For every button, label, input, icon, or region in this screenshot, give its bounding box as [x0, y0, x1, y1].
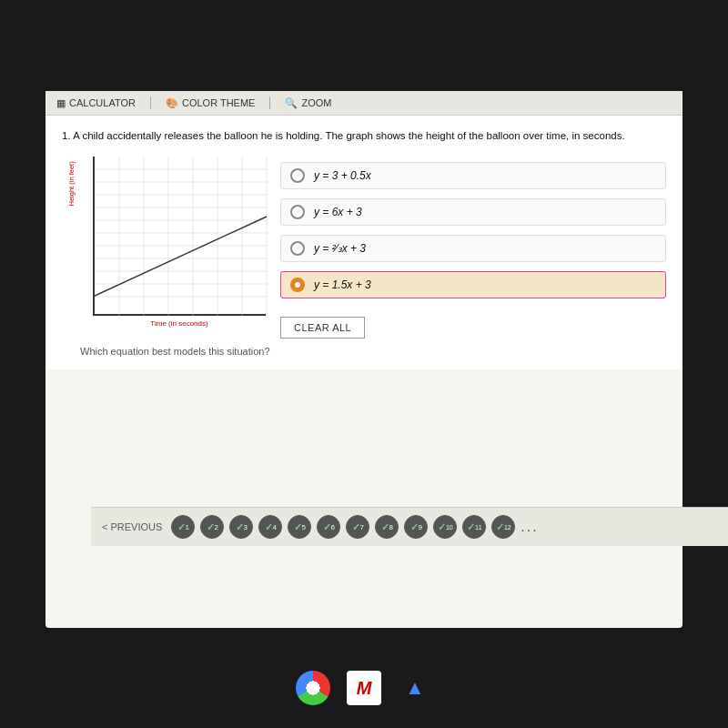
checkmark-9: ✓	[410, 521, 419, 533]
checkmark-5: ✓	[294, 521, 302, 533]
nav-btn-10[interactable]: ✓ 10	[433, 515, 457, 539]
toolbar-separator-2	[269, 96, 270, 109]
checkmark-4: ✓	[265, 521, 273, 533]
radio-c[interactable]	[290, 241, 305, 256]
nav-more-label: ...	[521, 519, 538, 534]
num-4: 4	[273, 523, 277, 531]
taskbar: M ▲	[0, 648, 728, 728]
question-text: 1. A child accidentally releases the bal…	[62, 128, 666, 144]
checkmark-11: ✓	[467, 521, 475, 533]
nav-btn-8[interactable]: ✓ 8	[375, 515, 399, 539]
num-8: 8	[389, 523, 393, 531]
num-1: 1	[186, 523, 189, 531]
formula-d: y = 1.5x + 3	[314, 278, 371, 291]
checkmark-10: ✓	[438, 521, 446, 533]
formula-b: y = 6x + 3	[314, 206, 362, 218]
gmail-icon[interactable]: M	[347, 671, 381, 705]
num-2: 2	[215, 523, 218, 531]
radio-d[interactable]	[290, 278, 305, 292]
nav-more[interactable]: ...	[521, 519, 538, 535]
graph-svg: 3 6 9 12 15 18 24 21 1 2 3	[95, 157, 268, 316]
y-axis-label: Height (in feet)	[67, 162, 76, 207]
radio-a[interactable]	[290, 168, 305, 183]
x-axis-label: Time (in seconds)	[96, 319, 262, 328]
toolbar-separator	[150, 96, 151, 109]
graph-container: Height (in feet)	[62, 153, 262, 328]
nav-btn-11[interactable]: ✓ 11	[462, 515, 486, 539]
nav-btn-12[interactable]: ✓ 12	[491, 515, 515, 539]
zoom-button[interactable]: 🔍 ZOOM	[285, 97, 331, 109]
calculator-label: CALCULATOR	[69, 97, 136, 108]
num-6: 6	[331, 523, 335, 531]
color-theme-label: COLOR THEME	[182, 97, 255, 108]
num-3: 3	[244, 523, 248, 531]
nav-btn-3[interactable]: ✓ 3	[229, 515, 253, 539]
gmail-label: M	[357, 678, 372, 699]
checkmark-1: ✓	[177, 521, 186, 533]
nav-btn-4[interactable]: ✓ 4	[258, 515, 282, 539]
previous-label: < PREVIOUS	[102, 521, 162, 532]
question-body-text: A child accidentally releases the balloo…	[73, 130, 624, 141]
clear-all-button[interactable]: CLEAR ALL	[280, 317, 365, 339]
num-9: 9	[419, 523, 422, 531]
color-theme-button[interactable]: 🎨 COLOR THEME	[166, 97, 255, 109]
bottom-navigation: < PREVIOUS ✓ 1 ✓ 2 ✓ 3 ✓ 4 ✓ 5 ✓ 6 ✓ 7	[91, 507, 728, 546]
answer-option-a[interactable]: y = 3 + 0.5x	[280, 162, 666, 189]
nav-btn-7[interactable]: ✓ 7	[346, 515, 369, 539]
checkmark-6: ✓	[323, 521, 331, 533]
formula-c: y = ²⁄₃x + 3	[314, 242, 366, 255]
num-10: 10	[446, 524, 453, 531]
nav-btn-9[interactable]: ✓ 9	[404, 515, 428, 539]
chrome-icon[interactable]	[296, 671, 330, 705]
nav-btn-6[interactable]: ✓ 6	[317, 515, 340, 539]
palette-icon: 🎨	[166, 97, 178, 109]
question-number: 1.	[62, 130, 71, 141]
drive-label: ▲	[405, 676, 425, 700]
sub-question-label: Which equation best models this situatio…	[80, 346, 666, 357]
checkmark-3: ✓	[236, 521, 244, 533]
answer-option-c[interactable]: y = ²⁄₃x + 3	[280, 235, 666, 262]
question-body: Height (in feet)	[62, 153, 666, 339]
zoom-label: ZOOM	[301, 97, 331, 108]
zoom-icon: 🔍	[285, 97, 298, 109]
nav-btn-2[interactable]: ✓ 2	[200, 515, 224, 539]
drive-icon[interactable]: ▲	[398, 671, 432, 705]
answer-option-d[interactable]: y = 1.5x + 3	[280, 271, 666, 298]
checkmark-12: ✓	[496, 521, 504, 533]
checkmark-2: ✓	[207, 521, 215, 533]
num-7: 7	[360, 523, 364, 531]
nav-btn-1[interactable]: ✓ 1	[171, 515, 195, 539]
num-5: 5	[302, 523, 306, 531]
num-11: 11	[475, 524, 482, 531]
answer-option-b[interactable]: y = 6x + 3	[280, 198, 666, 226]
radio-b[interactable]	[290, 205, 305, 219]
formula-a: y = 3 + 0.5x	[314, 169, 371, 182]
checkmark-7: ✓	[352, 521, 360, 533]
checkmark-8: ✓	[381, 521, 389, 533]
nav-btn-5[interactable]: ✓ 5	[288, 515, 311, 539]
answer-choices: y = 3 + 0.5x y = 6x + 3 y = ²⁄₃x + 3 y =…	[280, 153, 666, 339]
calculator-icon: ▦	[56, 97, 66, 109]
calculator-button[interactable]: ▦ CALCULATOR	[56, 97, 136, 109]
toolbar: ▦ CALCULATOR 🎨 COLOR THEME 🔍 ZOOM	[46, 91, 682, 116]
content-area: 1. A child accidentally releases the bal…	[46, 116, 682, 369]
num-12: 12	[504, 524, 511, 531]
previous-button[interactable]: < PREVIOUS	[102, 521, 162, 532]
